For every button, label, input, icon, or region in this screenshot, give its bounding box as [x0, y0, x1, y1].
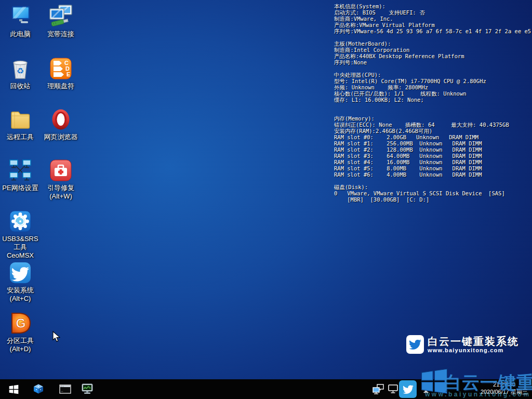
- watermark-url: www.baiyunxitong.com: [425, 391, 531, 398]
- svg-text:E: E: [66, 71, 70, 77]
- bird-icon: [8, 260, 33, 285]
- desktop-icon-label: 理顺盘符: [41, 82, 81, 90]
- desktop-icon-label: PE网络设置: [1, 184, 40, 192]
- desktop-icon-boot-repair[interactable]: 引导修复 (Alt+W): [41, 158, 81, 201]
- svg-text:_: _: [61, 388, 63, 392]
- folder-icon: [8, 107, 33, 132]
- desktop-icon-partition-tool[interactable]: G 分区工具 (Alt+D): [1, 311, 40, 353]
- mouse-cursor: [52, 331, 62, 344]
- desktop-icon-label: 此电脑: [1, 30, 40, 38]
- taskbar-pe-tools-button[interactable]: [27, 379, 50, 399]
- gear-swirl-icon: [8, 209, 33, 234]
- computer-green-screen-icon: [81, 383, 94, 396]
- command-prompt-icon: C:\ _: [59, 383, 72, 395]
- start-button[interactable]: [2, 379, 25, 399]
- taskbar-taskmgr-button[interactable]: [76, 379, 99, 399]
- blue-cube-icon: [32, 383, 45, 395]
- first-aid-kit-icon: [48, 158, 73, 183]
- svg-text:G: G: [16, 316, 25, 330]
- brand-url: www.baiyunxitong.com: [428, 347, 519, 354]
- desktop-icon-usb3-srs[interactable]: USB3&SRS 工具CeoMSX: [1, 209, 40, 260]
- tray-bird-icon[interactable]: [399, 380, 417, 398]
- svg-text:♻: ♻: [17, 66, 24, 76]
- svg-text:C:\: C:\: [61, 385, 64, 388]
- this-pc-icon: [8, 4, 33, 29]
- drive-letter-sort-icon: C D E: [48, 56, 73, 81]
- desktop-icon-remote-tools[interactable]: 远程工具: [1, 107, 40, 141]
- desktop-icon-this-pc[interactable]: 此电脑: [1, 4, 40, 38]
- desktop-icon-install-system[interactable]: 安装系统 (Alt+C): [1, 260, 40, 303]
- desktop-icon-label: 宽带连接: [41, 30, 81, 38]
- windows-start-icon: [8, 383, 20, 395]
- desktop: 本机信息(System): 启动方式: BIOS 支持UEFI: 否 制造商:V…: [0, 0, 532, 399]
- desktop-icon-broadband[interactable]: 宽带连接: [41, 4, 81, 38]
- tray-display-icon[interactable]: [388, 383, 399, 395]
- desktop-icon-label: 分区工具 (Alt+D): [1, 337, 40, 353]
- desktop-icon-label: 引导修复 (Alt+W): [41, 184, 81, 201]
- taskbar-watermark: 白云一键重装系统 www.baiyunxitong.com: [417, 363, 532, 399]
- desktop-icon-recycle-bin[interactable]: ♻ 回收站: [1, 56, 40, 90]
- taskbar-cmd-button[interactable]: C:\ _: [54, 379, 76, 399]
- tray-network-icon[interactable]: [372, 383, 384, 395]
- desktop-icon-web-browser[interactable]: 网页浏览器: [41, 107, 81, 141]
- brand-title: 白云一键重装系统: [428, 336, 519, 347]
- desktop-icon-label: 安装系统 (Alt+C): [1, 286, 40, 303]
- opera-browser-icon: [48, 107, 73, 132]
- network-settings-icon: [8, 158, 33, 183]
- brand-bird-icon: [406, 335, 424, 354]
- desktop-icon-label: 远程工具: [1, 133, 40, 141]
- diskgenius-icon: G: [8, 311, 33, 336]
- brand-logo-badge: 白云一键重装系统 www.baiyunxitong.com: [406, 335, 519, 354]
- recycle-bin-icon: ♻: [8, 56, 33, 81]
- system-info-text: 本机信息(System): 启动方式: BIOS 支持UEFI: 否 制造商:V…: [334, 3, 531, 203]
- desktop-icon-label: 回收站: [1, 82, 40, 90]
- desktop-icon-pe-network[interactable]: PE网络设置: [1, 158, 40, 192]
- desktop-icon-drive-letters[interactable]: C D E 理顺盘符: [41, 56, 81, 90]
- desktop-icon-label: 网页浏览器: [41, 133, 81, 141]
- broadband-connection-icon: [48, 4, 73, 29]
- desktop-icon-label: USB3&SRS 工具CeoMSX: [1, 235, 40, 260]
